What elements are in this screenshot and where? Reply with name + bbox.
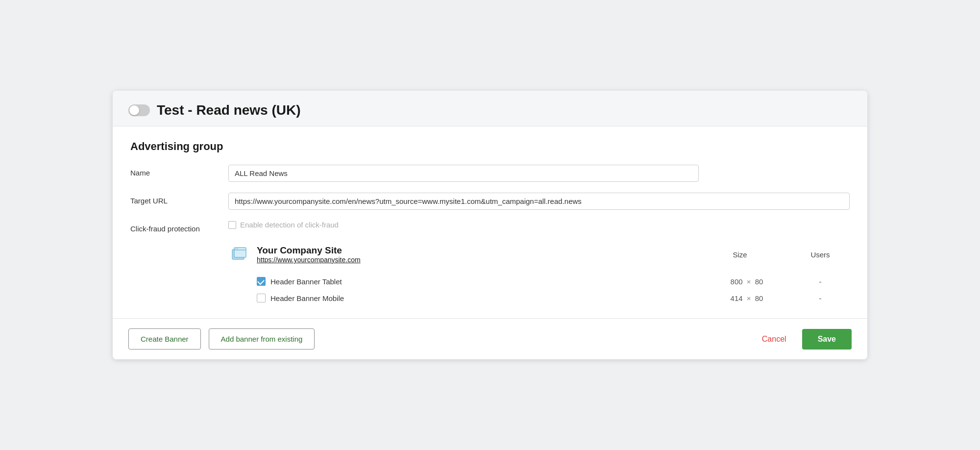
banner-size-1: 414 × 80 bbox=[703, 294, 791, 302]
site-info: Your Company Site https://www.yourcompan… bbox=[257, 245, 689, 264]
url-label: Target URL bbox=[130, 193, 228, 205]
cancel-button[interactable]: Cancel bbox=[754, 330, 794, 349]
modal-title: Test - Read news (UK) bbox=[157, 102, 301, 118]
click-fraud-checkbox[interactable] bbox=[228, 221, 236, 229]
site-name: Your Company Site bbox=[257, 245, 689, 256]
site-header: Your Company Site https://www.yourcompan… bbox=[228, 244, 850, 265]
svg-point-4 bbox=[237, 249, 238, 250]
url-row: Target URL bbox=[130, 193, 850, 210]
modal-container: Test - Read news (UK) Advertising group … bbox=[113, 91, 867, 359]
modal-body: Advertising group Name Target URL Click-… bbox=[113, 126, 867, 318]
name-label: Name bbox=[130, 165, 228, 177]
click-fraud-row: Click-fraud protection Enable detection … bbox=[130, 221, 850, 233]
create-banner-button[interactable]: Create Banner bbox=[128, 328, 201, 350]
site-section: Your Company Site https://www.yourcompan… bbox=[228, 244, 850, 306]
banner-name-0: Header Banner Tablet bbox=[270, 277, 703, 286]
banner-size-0: 800 × 80 bbox=[703, 277, 791, 286]
banner-name-1: Header Banner Mobile bbox=[270, 294, 703, 302]
col-size-header: Size bbox=[696, 250, 784, 259]
banner-users-0: - bbox=[791, 277, 850, 286]
add-banner-button[interactable]: Add banner from existing bbox=[209, 328, 315, 350]
section-title: Advertising group bbox=[130, 140, 850, 153]
modal-footer: Create Banner Add banner from existing C… bbox=[113, 318, 867, 359]
click-fraud-checkbox-row: Enable detection of click-fraud bbox=[228, 221, 339, 229]
site-url: https://www.yourcompanysite.com bbox=[257, 256, 689, 264]
svg-point-3 bbox=[235, 249, 236, 250]
save-button[interactable]: Save bbox=[802, 329, 852, 350]
banner-checkbox-1[interactable] bbox=[257, 294, 266, 302]
banner-row-1: Header Banner Mobile 414 × 80 - bbox=[257, 290, 850, 306]
modal-header: Test - Read news (UK) bbox=[113, 91, 867, 126]
banner-checkbox-0[interactable] bbox=[257, 277, 266, 286]
toggle-switch[interactable] bbox=[128, 104, 150, 116]
url-input[interactable] bbox=[228, 193, 850, 210]
name-row: Name bbox=[130, 165, 850, 182]
banner-row-0: Header Banner Tablet 800 × 80 - bbox=[257, 273, 850, 290]
click-fraud-label: Click-fraud protection bbox=[130, 221, 228, 233]
click-fraud-checkbox-label: Enable detection of click-fraud bbox=[240, 221, 339, 229]
col-users-header: Users bbox=[791, 250, 850, 259]
site-icon bbox=[228, 244, 250, 265]
banner-users-1: - bbox=[791, 294, 850, 302]
name-input[interactable] bbox=[228, 165, 699, 182]
